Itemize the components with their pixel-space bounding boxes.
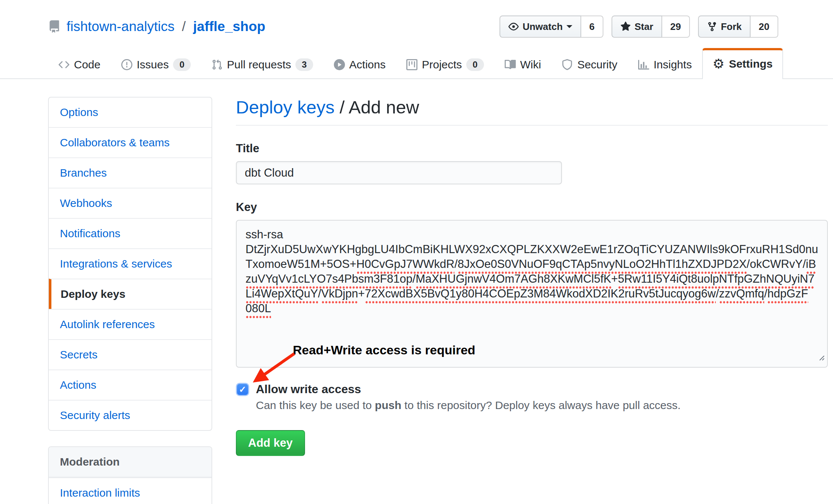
key-line: DtZjrXuD5UwXwYKHgbgLU4IbCmBiKHLWX92xCXQP…: [246, 242, 818, 257]
settings-content: Options Collaborators & teams Branches W…: [0, 79, 833, 504]
sidebar-item-actions[interactable]: Actions: [49, 370, 211, 400]
watch-count[interactable]: 6: [581, 16, 603, 38]
star-icon: [620, 21, 631, 32]
key-segment-misspelled: VkDjpn: [321, 286, 358, 304]
repo-owner-link[interactable]: fishtown-analytics: [67, 19, 175, 34]
key-segment-misspelled: 72XcwdBX5BvQ1y80H4COEpZ3M84WkodXD2IK2ruR…: [365, 286, 716, 304]
repo-actions: Unwatch 6 Star 29 Fork 20: [500, 16, 778, 38]
tab-wiki[interactable]: Wiki: [494, 49, 552, 79]
star-count[interactable]: 29: [662, 16, 690, 38]
sidebar-item-integrations-services[interactable]: Integrations & services: [49, 248, 211, 279]
project-icon: [406, 59, 417, 70]
projects-counter: 0: [466, 58, 484, 71]
sidebar-item-autolink-references[interactable]: Autolink references: [49, 309, 211, 339]
description-suffix: to this repository? Deploy keys always h…: [402, 399, 681, 411]
breadcrumb-current: Add new: [349, 97, 419, 117]
tab-label: Code: [74, 58, 101, 71]
tab-label: Issues: [137, 58, 169, 71]
allow-write-row: ✓ Allow write access: [236, 382, 828, 396]
sidebar-item-security-alerts[interactable]: Security alerts: [49, 400, 211, 430]
repo-icon: [48, 20, 61, 33]
star-label: Star: [634, 21, 653, 33]
eye-icon: [508, 21, 519, 32]
description-push: push: [375, 399, 402, 411]
breadcrumb-separator: /: [335, 97, 349, 117]
shield-icon: [562, 59, 573, 70]
title-label: Title: [236, 142, 828, 155]
key-line: zuVYqVv1cLYO7s4Pbsm3F81op/MaXHUGjnwV4Om7…: [246, 272, 818, 286]
star-button[interactable]: Star: [612, 16, 662, 38]
tab-projects[interactable]: Projects 0: [396, 49, 494, 79]
repo-tab-nav: Code Issues 0 Pull requests 3 Actions Pr…: [0, 48, 833, 79]
key-segment: /: [764, 287, 768, 300]
key-segment: +: [358, 287, 365, 300]
tab-label: Pull requests: [227, 58, 291, 71]
sidebar-item-secrets[interactable]: Secrets: [49, 339, 211, 370]
dropdown-caret-icon: [566, 25, 572, 31]
sidebar-item-notifications[interactable]: Notifications: [49, 218, 211, 248]
play-icon: [334, 59, 345, 70]
key-segment: +: [611, 272, 618, 285]
key-segment-misspelled: hdpGzF: [767, 286, 808, 304]
tab-settings[interactable]: ⚙ Settings: [702, 48, 783, 79]
star-button-group: Star 29: [612, 16, 690, 38]
pull-requests-counter: 3: [295, 58, 313, 71]
moderation-heading: Moderation: [49, 447, 211, 477]
key-segment-misspelled: zzvQmfq: [719, 286, 764, 304]
sidebar-item-interaction-limits[interactable]: Interaction limits: [49, 477, 211, 504]
sidebar-item-options[interactable]: Options: [49, 98, 211, 127]
key-field-group: Key ssh-rsaDtZjrXuD5UwXwYKHgbgLU4IbCmBiK…: [236, 201, 828, 368]
add-key-button[interactable]: Add key: [236, 430, 305, 456]
fork-button[interactable]: Fork: [698, 16, 751, 38]
fork-count[interactable]: 20: [751, 16, 778, 38]
tab-label: Insights: [654, 58, 692, 71]
key-segment: /: [413, 272, 416, 285]
annotation-arrow-icon: [247, 351, 302, 393]
key-line: ssh-rsa: [246, 227, 818, 242]
repo-separator: /: [180, 19, 187, 34]
unwatch-button[interactable]: Unwatch: [500, 16, 581, 38]
checkmark-icon: ✓: [239, 384, 246, 395]
key-segment: /: [716, 287, 719, 300]
sidebar-item-branches[interactable]: Branches: [49, 157, 211, 188]
graph-icon: [638, 59, 649, 70]
repo-title: fishtown-analytics / jaffle_shop: [48, 19, 265, 34]
key-label: Key: [236, 201, 828, 214]
fork-label: Fork: [721, 21, 742, 33]
tab-label: Actions: [349, 58, 386, 71]
repo-name-link[interactable]: jaffle_shop: [193, 19, 265, 34]
key-segment: DtZjrXuD5UwXwYKHgbgLU4IbCmBiKHLWX92xCXQP…: [246, 243, 818, 256]
key-segment-misspelled: 080L: [246, 301, 271, 319]
title-input[interactable]: [236, 161, 562, 184]
key-line: TxomoeW51M+5OS+H0CvGpJ7WWkdR/8JxOe0S0VNu…: [246, 257, 818, 272]
key-segment: /okCWRvY/: [746, 258, 806, 270]
git-pull-request-icon: [211, 59, 223, 70]
code-icon: [58, 59, 70, 70]
tab-code[interactable]: Code: [48, 49, 111, 79]
tab-insights[interactable]: Insights: [628, 49, 702, 79]
fork-button-group: Fork 20: [698, 16, 778, 38]
deploy-keys-breadcrumb-link[interactable]: Deploy keys: [236, 97, 335, 117]
sidebar-item-deploy-keys[interactable]: Deploy keys: [49, 279, 211, 309]
annotation-text: Read+Write access is required: [293, 343, 475, 357]
key-textarea[interactable]: ssh-rsaDtZjrXuD5UwXwYKHgbgLU4IbCmBiKHLWX…: [236, 220, 828, 368]
sidebar-item-collaborators-teams[interactable]: Collaborators & teams: [49, 127, 211, 157]
tab-pull-requests[interactable]: Pull requests 3: [201, 49, 324, 79]
description-prefix: Can this key be used to: [256, 399, 375, 411]
tab-actions[interactable]: Actions: [324, 49, 396, 79]
tab-label: Projects: [422, 58, 462, 71]
settings-menu: Options Collaborators & teams Branches W…: [48, 97, 212, 431]
key-line: Li4WepXtQuY/VkDjpn+72XcwdBX5BvQ1y80H4COE…: [246, 286, 818, 301]
repo-header: fishtown-analytics / jaffle_shop Unwatch…: [0, 0, 833, 38]
tab-security[interactable]: Security: [551, 49, 627, 79]
tab-issues[interactable]: Issues 0: [111, 49, 201, 79]
key-segment: /: [454, 258, 458, 270]
book-icon: [505, 59, 516, 70]
sidebar-item-webhooks[interactable]: Webhooks: [49, 188, 211, 218]
gear-icon: ⚙: [712, 58, 724, 70]
resize-handle-icon[interactable]: [817, 350, 825, 365]
issue-opened-icon: [121, 59, 132, 70]
tab-label: Settings: [729, 58, 772, 70]
title-field-group: Title: [236, 142, 828, 184]
watch-button-group: Unwatch 6: [500, 16, 603, 38]
